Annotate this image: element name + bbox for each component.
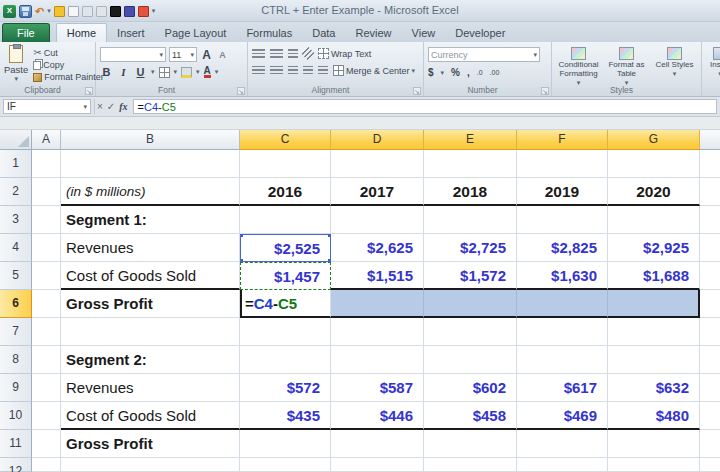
cell[interactable]	[700, 458, 720, 472]
cell-d6-selected[interactable]	[331, 290, 424, 318]
cell[interactable]	[240, 206, 331, 234]
cell-g9[interactable]: $632	[608, 374, 700, 402]
cell-b5[interactable]: Cost of Goods Sold	[61, 262, 240, 290]
cell[interactable]	[700, 150, 720, 178]
row-header-11[interactable]: 11	[0, 430, 32, 458]
cell[interactable]	[32, 206, 61, 234]
conditional-formatting-button[interactable]: Conditional Formatting ▾	[556, 47, 601, 86]
cell[interactable]	[32, 262, 61, 290]
align-right-icon[interactable]	[288, 66, 298, 75]
cell[interactable]	[331, 206, 424, 234]
cell[interactable]	[608, 206, 700, 234]
cell[interactable]	[424, 346, 517, 374]
font-name-combobox[interactable]: ▾	[100, 47, 166, 62]
number-format-combobox[interactable]: Currency ▾	[428, 47, 540, 62]
cell-d10[interactable]: $446	[331, 402, 424, 430]
cell[interactable]	[700, 262, 720, 290]
paste-dropdown-icon[interactable]: ▾	[14, 75, 18, 83]
underline-dropdown-icon[interactable]: ▾	[151, 68, 155, 76]
format-as-table-button[interactable]: Format as Table ▾	[604, 47, 649, 86]
alignment-dialog-launcher-icon[interactable]: ↘	[413, 87, 421, 95]
cell[interactable]	[331, 346, 424, 374]
cut-button[interactable]: ✂ Cut	[33, 47, 104, 58]
cell-c6-active[interactable]: =C4-C5	[240, 290, 331, 318]
fill-color-icon[interactable]	[181, 67, 192, 78]
cell[interactable]	[517, 318, 608, 346]
cell-b2[interactable]: (in $ millions)	[61, 178, 240, 206]
row-header-3[interactable]: 3	[0, 206, 32, 234]
cell-b4[interactable]: Revenues	[61, 234, 240, 262]
cell[interactable]	[700, 290, 720, 318]
tab-file[interactable]: File	[2, 23, 50, 42]
align-top-icon[interactable]	[252, 49, 265, 58]
cell[interactable]	[517, 430, 608, 458]
tab-page-layout[interactable]: Page Layout	[155, 24, 237, 42]
col-header-b[interactable]: B	[61, 130, 240, 150]
col-header-stub[interactable]	[700, 130, 720, 150]
cell-c5-formula-ref[interactable]: $1,457	[240, 262, 331, 290]
cell-b10[interactable]: Cost of Goods Sold	[61, 402, 240, 430]
col-header-d[interactable]: D	[331, 130, 424, 150]
row-header-10[interactable]: 10	[0, 402, 32, 430]
cell[interactable]	[32, 374, 61, 402]
cell-c9[interactable]: $572	[240, 374, 331, 402]
align-bottom-icon[interactable]	[288, 49, 298, 58]
align-middle-icon[interactable]	[270, 49, 283, 58]
cell[interactable]	[700, 346, 720, 374]
cell-g10[interactable]: $480	[608, 402, 700, 430]
col-header-g[interactable]: G	[608, 130, 700, 150]
cell-e5[interactable]: $1,572	[424, 262, 517, 290]
cell-g6-selected[interactable]	[608, 290, 700, 318]
cell[interactable]	[700, 234, 720, 262]
cell-b9[interactable]: Revenues	[61, 374, 240, 402]
tab-insert[interactable]: Insert	[107, 24, 155, 42]
row-header-1[interactable]: 1	[0, 150, 32, 178]
col-header-f[interactable]: F	[517, 130, 608, 150]
accounting-format-button[interactable]: $	[428, 67, 434, 78]
cell[interactable]	[32, 150, 61, 178]
increase-decimal-button[interactable]: .0	[477, 69, 483, 76]
format-painter-button[interactable]: Format Painter	[33, 72, 104, 82]
cell-c4-formula-ref[interactable]: $2,525	[240, 234, 331, 262]
cell[interactable]	[700, 178, 720, 206]
cell-e9[interactable]: $602	[424, 374, 517, 402]
cell-b11[interactable]: Gross Profit	[61, 430, 240, 458]
cell[interactable]	[700, 402, 720, 430]
tab-formulas[interactable]: Formulas	[236, 24, 302, 42]
comma-style-button[interactable]: ,	[467, 67, 470, 78]
cell[interactable]	[700, 430, 720, 458]
cell-e2[interactable]: 2018	[424, 178, 517, 206]
cell[interactable]	[424, 206, 517, 234]
borders-icon[interactable]	[159, 67, 170, 78]
cell[interactable]	[32, 458, 61, 472]
col-header-c[interactable]: C	[240, 130, 331, 150]
decrease-decimal-button[interactable]: .00	[490, 69, 500, 76]
orientation-icon[interactable]	[301, 47, 314, 60]
decrease-indent-icon[interactable]	[303, 66, 313, 75]
cell[interactable]	[32, 234, 61, 262]
cell-b8[interactable]: Segment 2:	[61, 346, 240, 374]
align-center-icon[interactable]	[270, 66, 283, 75]
cell-g2[interactable]: 2020	[608, 178, 700, 206]
cell[interactable]	[517, 346, 608, 374]
cell-f5[interactable]: $1,630	[517, 262, 608, 290]
cell-f6-selected[interactable]	[517, 290, 608, 318]
insert-function-button[interactable]: fx	[119, 102, 127, 112]
select-all-corner[interactable]	[0, 130, 32, 150]
cell-e6-selected[interactable]	[424, 290, 517, 318]
underline-button[interactable]: U	[134, 66, 147, 78]
cell[interactable]	[331, 430, 424, 458]
percent-style-button[interactable]: %	[451, 67, 460, 78]
cell[interactable]	[331, 150, 424, 178]
increase-indent-icon[interactable]	[318, 66, 328, 75]
cell[interactable]	[61, 318, 240, 346]
clipboard-dialog-launcher-icon[interactable]: ↘	[85, 87, 93, 95]
cell[interactable]	[240, 150, 331, 178]
cell-b3[interactable]: Segment 1:	[61, 206, 240, 234]
insert-cells-button[interactable]: Insert ▾	[706, 47, 720, 77]
cell[interactable]	[32, 318, 61, 346]
row-header-7[interactable]: 7	[0, 318, 32, 346]
cell-d9[interactable]: $587	[331, 374, 424, 402]
cell-f2[interactable]: 2019	[517, 178, 608, 206]
cell[interactable]	[240, 458, 331, 472]
